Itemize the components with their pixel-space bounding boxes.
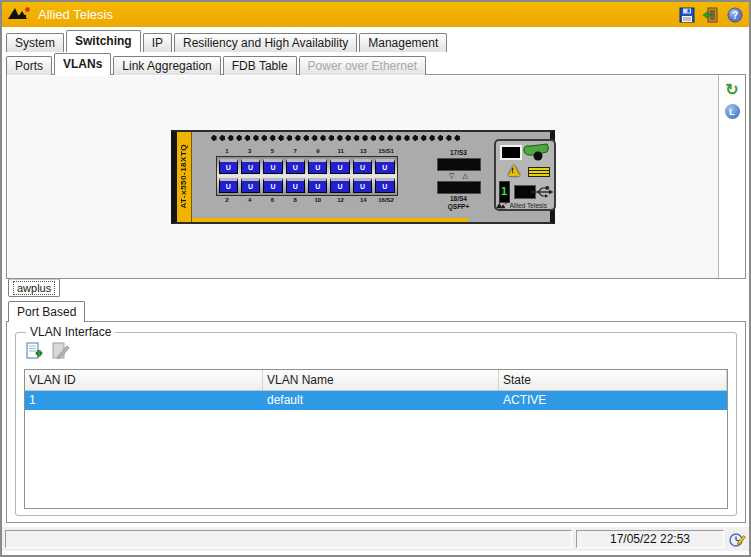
switch-port[interactable]: U <box>263 159 282 174</box>
switch-port[interactable]: U <box>286 178 305 193</box>
status-datetime: 17/05/22 22:53 <box>576 530 724 548</box>
switch-port[interactable]: U <box>375 159 394 174</box>
port-number-label: 9 <box>307 147 330 156</box>
title-bar: Allied Telesis <box>2 2 749 27</box>
tab-link-aggregation[interactable]: Link Aggregation <box>113 56 220 75</box>
port-number-label: 4 <box>238 196 261 205</box>
tab-switching[interactable]: Switching <box>66 30 141 52</box>
switch-port[interactable]: U <box>308 178 327 193</box>
vlan-mode-tabs: Port Based <box>8 301 85 322</box>
qsfp-type-label: QSFP+ <box>428 203 490 211</box>
switch-port[interactable]: U <box>286 159 305 174</box>
port-section: 13579111315/S1 UUUUUUUUUUUUUUUU 24681012… <box>216 147 398 205</box>
refresh-icon[interactable]: ↻ <box>725 83 738 97</box>
column-header-vlan-name[interactable]: VLAN Name <box>263 370 499 390</box>
port-block: UUUUUUUUUUUUUUUU <box>216 156 398 196</box>
port-number-label: 8 <box>284 196 307 205</box>
led-display: 1 <box>499 181 510 203</box>
port-number-label: 2 <box>216 196 239 205</box>
device-brand-label: Allied Telesis <box>510 202 547 209</box>
switch-port[interactable]: U <box>308 159 327 174</box>
tab-system[interactable]: System <box>6 33 64 52</box>
port-number-label: 7 <box>284 147 307 156</box>
port-number-label: 3 <box>238 147 261 156</box>
table-cell-vlan-name: default <box>263 391 499 410</box>
port-number-label: 16/S2 <box>375 196 398 205</box>
vlan-interface-group-title: VLAN Interface <box>26 325 115 339</box>
qsfp-port-18[interactable] <box>437 181 481 194</box>
tab-vlans[interactable]: VLANs <box>54 53 111 75</box>
switch-port[interactable]: U <box>353 178 372 193</box>
switch-port[interactable]: U <box>330 159 349 174</box>
device-model-label: AT-x550-18XTQ <box>179 144 188 209</box>
vlan-panel: VLAN Interface <box>6 321 746 523</box>
console-port <box>500 145 522 160</box>
port-number-label: 10 <box>307 196 330 205</box>
qsfp-bottom-label: 18/S4 <box>428 195 490 203</box>
add-vlan-icon[interactable] <box>24 341 44 361</box>
port-number-label: 15/S1 <box>375 147 398 156</box>
vent-holes <box>210 134 462 142</box>
port-number-label: 5 <box>261 147 284 156</box>
switch-port[interactable]: U <box>353 159 372 174</box>
column-header-state[interactable]: State <box>499 370 727 390</box>
vlan-table-header: VLAN IDVLAN NameState <box>25 370 727 391</box>
caution-label <box>528 167 550 177</box>
switch-port[interactable]: U <box>219 159 238 174</box>
switch-port[interactable]: U <box>241 159 260 174</box>
qsfp-port-17[interactable] <box>437 158 481 171</box>
vlan-table: VLAN IDVLAN NameState 1defaultACTIVE <box>24 369 728 509</box>
device-area: AT-x550-18XTQ 13579111315/S1 UUUUUUUUUUU… <box>7 75 718 278</box>
status-message-panel <box>5 530 572 548</box>
port-number-label: 1 <box>216 147 239 156</box>
device-body: 13579111315/S1 UUUUUUUUUUUUUUUU 24681012… <box>192 132 550 222</box>
device-tab-awplus-label: awplus <box>13 281 55 295</box>
vlan-interface-group: VLAN Interface <box>15 332 737 516</box>
svg-text:?: ? <box>731 9 737 20</box>
device-bottom-strip <box>192 218 468 222</box>
primary-tabs: SystemSwitchingIPResiliency and High Ava… <box>6 30 447 52</box>
qsfp-triangles: ▽△ <box>428 172 490 180</box>
save-icon[interactable] <box>678 6 695 23</box>
switch-port[interactable]: U <box>219 178 238 193</box>
tab-resiliency-and-high-availability[interactable]: Resiliency and High Availability <box>174 33 357 52</box>
qsfp-top-label: 17/S3 <box>428 149 490 157</box>
switch-port[interactable]: U <box>330 178 349 193</box>
tab-ports[interactable]: Ports <box>6 56 52 75</box>
table-cell-vlan-id: 1 <box>25 391 263 410</box>
auto-refresh-clock-icon[interactable]: L <box>725 104 740 119</box>
device-tab-awplus[interactable]: awplus <box>8 279 60 297</box>
switch-device-image: AT-x550-18XTQ 13579111315/S1 UUUUUUUUUUU… <box>171 130 555 224</box>
help-icon[interactable]: ? <box>726 6 743 23</box>
edit-vlan-icon <box>50 341 70 361</box>
column-header-vlan-id[interactable]: VLAN ID <box>25 370 263 390</box>
logout-icon[interactable] <box>702 6 719 23</box>
tab-port-based[interactable]: Port Based <box>8 301 85 322</box>
app-window: Allied Telesis <box>0 0 751 557</box>
tab-power-over-ethernet: Power over Ethernet <box>299 56 426 75</box>
port-numbers-top: 13579111315/S1 <box>216 147 398 156</box>
tab-management[interactable]: Management <box>359 33 447 52</box>
status-bar: 17/05/22 22:53 <box>2 527 749 551</box>
tab-fdb-table[interactable]: FDB Table <box>223 56 297 75</box>
port-number-label: 14 <box>352 196 375 205</box>
switch-port[interactable]: U <box>263 178 282 193</box>
device-brand: Allied Telesis <box>496 202 547 209</box>
usb-icon <box>530 185 554 202</box>
port-number-label: 12 <box>329 196 352 205</box>
port-number-label: 11 <box>329 147 352 156</box>
tab-ip[interactable]: IP <box>143 33 172 52</box>
eco-button-icon <box>521 143 551 168</box>
panel-action-strip: ↻ L <box>718 75 745 278</box>
clock-edit-icon[interactable] <box>728 530 746 548</box>
port-number-label: 6 <box>261 196 284 205</box>
port-numbers-bottom: 246810121416/S2 <box>216 196 398 205</box>
switch-port[interactable]: U <box>241 178 260 193</box>
vlan-table-body: 1defaultACTIVE <box>25 391 727 410</box>
allied-telesis-logo-icon <box>8 7 32 23</box>
device-view-panel: AT-x550-18XTQ 13579111315/S1 UUUUUUUUUUU… <box>6 74 746 279</box>
table-row[interactable]: 1defaultACTIVE <box>25 391 727 410</box>
secondary-tabs: PortsVLANsLink AggregationFDB TablePower… <box>6 53 426 75</box>
brand: Allied Telesis <box>8 7 113 23</box>
switch-port[interactable]: U <box>375 178 394 193</box>
